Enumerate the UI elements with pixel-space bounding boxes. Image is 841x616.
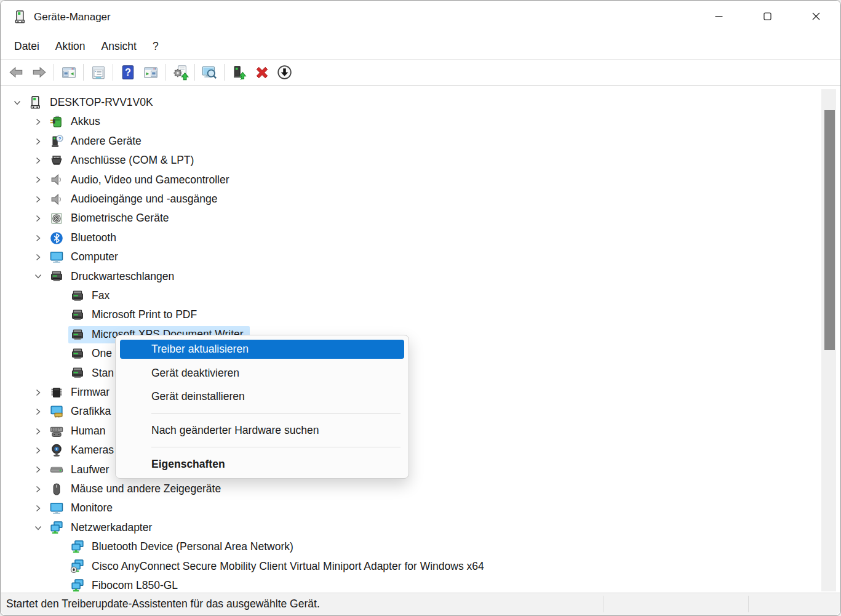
chevron-placeholder	[50, 541, 68, 553]
show-action-pane-button[interactable]	[139, 62, 162, 83]
tree-item[interactable]: Anschlüsse (COM & LPT)	[1, 151, 840, 170]
tree-item[interactable]: Fax	[1, 286, 840, 305]
tree-item-content: Microsoft Print to PDF	[68, 306, 203, 324]
fingerprint-icon	[49, 211, 65, 226]
chevron-collapsed-icon[interactable]	[29, 425, 47, 438]
tree-item-label: Fibocom L850-GL	[92, 580, 178, 591]
tree-item[interactable]: Cisco AnyConnect Secure Mobility Client …	[1, 557, 840, 576]
close-button[interactable]	[792, 1, 840, 34]
toolbar-separator	[83, 64, 84, 81]
chevron-expanded-icon[interactable]	[29, 522, 47, 534]
statusbar-separator	[748, 596, 749, 612]
statusbar-separator	[604, 596, 604, 612]
tree-item[interactable]: Monitore	[1, 499, 840, 518]
context-menu-item[interactable]: Gerät deinstallieren	[116, 385, 409, 408]
svg-text:?: ?	[125, 66, 131, 78]
chevron-collapsed-icon[interactable]	[29, 174, 47, 186]
statusbar: Startet den Treiberupdate-Assistenten fü…	[1, 593, 840, 615]
toolbar-separator	[165, 64, 165, 81]
chevron-collapsed-icon[interactable]	[29, 135, 47, 148]
update-driver-device-button[interactable]	[228, 62, 250, 83]
menu-help[interactable]: ?	[145, 37, 167, 56]
menu-separator	[151, 447, 401, 447]
back-button[interactable]	[5, 62, 28, 83]
tree-item[interactable]: ?Andere Geräte	[1, 132, 840, 151]
properties-button[interactable]	[87, 62, 110, 83]
tree-item[interactable]: Bluetooth Device (Personal Area Network)	[1, 537, 840, 556]
disable-device-icon	[276, 64, 293, 81]
tree-item[interactable]: Mäuse und andere Zeigegeräte	[1, 479, 840, 498]
network-disabled-icon	[70, 559, 86, 574]
hid-icon	[49, 424, 65, 439]
context-menu-item[interactable]: Nach geänderter Hardware suchen	[116, 418, 409, 442]
chevron-collapsed-icon[interactable]	[29, 251, 47, 263]
context-menu-item[interactable]: Gerät deaktivieren	[116, 361, 409, 385]
tree-item[interactable]: Biometrische Geräte	[1, 209, 840, 228]
tree-item-label: Andere Geräte	[71, 136, 141, 147]
menubar: Datei Aktion Ansicht ?	[1, 34, 840, 59]
tree-item-content: Biometrische Geräte	[47, 210, 175, 227]
tree-item-content: Anschlüsse (COM & LPT)	[47, 152, 200, 169]
update-driver-icon	[172, 64, 189, 81]
menu-ansicht[interactable]: Ansicht	[94, 37, 145, 56]
tree-item-content: Kameras	[47, 442, 120, 459]
maximize-button[interactable]	[743, 1, 792, 34]
chevron-placeholder	[50, 309, 68, 321]
tree-item[interactable]: Akkus	[1, 112, 840, 131]
help-button[interactable]: ?	[116, 62, 139, 83]
tree-item[interactable]: Audio, Video und Gamecontroller	[1, 170, 840, 190]
vertical-scrollbar[interactable]	[821, 89, 836, 591]
chevron-collapsed-icon[interactable]	[29, 212, 47, 225]
scan-hardware-icon	[201, 64, 218, 81]
tree-item[interactable]: Fibocom L850-GL	[1, 576, 840, 593]
tree-item[interactable]: DESKTOP-RVV1V0K	[1, 93, 840, 112]
scrollbar-thumb[interactable]	[824, 110, 835, 350]
network-icon	[49, 521, 65, 535]
toolbar: ?	[1, 59, 840, 86]
chevron-collapsed-icon[interactable]	[29, 154, 47, 167]
chevron-collapsed-icon[interactable]	[29, 444, 47, 457]
tree-item[interactable]: Microsoft Print to PDF	[1, 305, 840, 324]
tree-item[interactable]: Bluetooth	[1, 228, 840, 247]
printer-icon	[70, 289, 86, 303]
menu-aktion[interactable]: Aktion	[47, 37, 94, 56]
tree-item-content: Monitore	[47, 500, 119, 517]
tree-item[interactable]: Computer	[1, 247, 840, 266]
context-menu-item[interactable]: Treiber aktualisieren	[120, 340, 404, 359]
tree-item-label: Audio, Video und Gamecontroller	[71, 175, 229, 186]
chevron-collapsed-icon[interactable]	[29, 232, 47, 244]
context-menu-item[interactable]: Eigenschaften	[116, 452, 409, 476]
update-driver-device-icon	[231, 64, 247, 81]
chevron-expanded-icon[interactable]	[29, 270, 47, 282]
menu-separator	[151, 413, 401, 414]
tree-item-content: Netzwerkadapter	[47, 519, 158, 537]
tree-item-content: Human	[47, 423, 111, 440]
tree-item[interactable]: Netzwerkadapter	[1, 518, 840, 537]
chevron-collapsed-icon[interactable]	[29, 406, 47, 418]
chevron-collapsed-icon[interactable]	[29, 483, 47, 495]
tree-item-label: Kameras	[71, 445, 114, 456]
tree-item[interactable]: Audioeingänge und -ausgänge	[1, 190, 840, 209]
chevron-collapsed-icon[interactable]	[29, 463, 47, 476]
update-driver-button[interactable]	[169, 62, 191, 83]
chevron-collapsed-icon[interactable]	[29, 386, 47, 399]
chevron-collapsed-icon[interactable]	[29, 502, 47, 514]
tree-item-label: Akkus	[71, 116, 100, 127]
uninstall-device-button[interactable]	[250, 62, 273, 83]
tree-item[interactable]: Druckwarteschlangen	[1, 267, 840, 286]
chevron-collapsed-icon[interactable]	[29, 193, 47, 206]
tree-item-label: Bluetooth Device (Personal Area Network)	[92, 542, 293, 553]
chevron-collapsed-icon[interactable]	[29, 116, 47, 128]
disable-device-button[interactable]	[273, 62, 296, 83]
tree-item-content: Grafikka	[47, 403, 117, 420]
forward-button[interactable]	[28, 62, 50, 83]
menu-datei[interactable]: Datei	[6, 37, 47, 56]
minimize-button[interactable]	[695, 1, 743, 34]
show-console-tree-button[interactable]	[57, 62, 80, 83]
device-manager-window: Geräte-Manager Datei Aktion Ansicht ? ?	[0, 0, 841, 616]
gpu-icon	[49, 404, 65, 419]
computer-device-icon	[28, 95, 44, 110]
tree-item-content: ?Andere Geräte	[47, 133, 148, 150]
scan-hardware-button[interactable]	[198, 62, 221, 83]
chevron-expanded-icon[interactable]	[8, 97, 26, 109]
